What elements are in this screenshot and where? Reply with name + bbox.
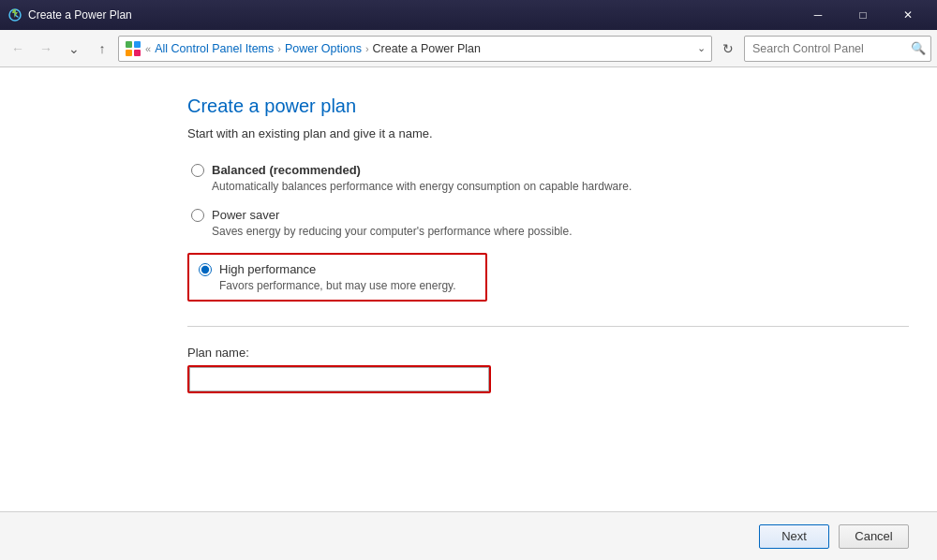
search-wrapper: 🔍: [744, 36, 931, 62]
cancel-button[interactable]: Cancel: [839, 524, 909, 549]
divider: [187, 326, 909, 327]
window-controls: ─ □ ✕: [796, 0, 930, 30]
radio-power-saver[interactable]: [191, 209, 204, 222]
address-bar: ← → ⌄ ↑ « All Control Panel Items › Powe…: [0, 30, 937, 67]
radio-high-performance[interactable]: [199, 263, 212, 276]
label-power-saver[interactable]: Power saver: [212, 208, 279, 222]
breadcrumb-sep1: ›: [277, 43, 281, 54]
option-high-performance-highlighted: High performance Favors performance, but…: [187, 253, 487, 302]
forward-button[interactable]: →: [34, 37, 58, 61]
down-button[interactable]: ⌄: [62, 37, 86, 61]
search-input[interactable]: [744, 36, 931, 62]
plan-name-input[interactable]: [189, 367, 489, 391]
refresh-button[interactable]: ↻: [716, 37, 740, 61]
option-balanced: Balanced (recommended) Automatically bal…: [187, 163, 909, 193]
control-panel-icon: [125, 40, 141, 57]
maximize-button[interactable]: □: [841, 0, 885, 30]
up-button[interactable]: ↑: [90, 37, 114, 61]
option-power-saver: Power saver Saves energy by reducing you…: [187, 208, 909, 238]
plan-name-input-wrapper: [187, 365, 491, 393]
back-button[interactable]: ←: [6, 37, 30, 61]
breadcrumb-dropdown[interactable]: ⌄: [697, 42, 706, 54]
breadcrumb-part2[interactable]: Power Options: [285, 42, 362, 55]
svg-rect-2: [134, 41, 141, 48]
next-button[interactable]: Next: [759, 524, 829, 549]
svg-rect-4: [134, 50, 141, 56]
bottom-bar: Next Cancel: [0, 511, 937, 560]
window-icon: [7, 7, 22, 22]
svg-rect-1: [126, 41, 132, 48]
plan-name-section: Plan name:: [187, 346, 909, 393]
page-title: Create a power plan: [187, 96, 909, 117]
breadcrumb-prefix: «: [145, 43, 151, 54]
breadcrumb: « All Control Panel Items › Power Option…: [118, 36, 712, 62]
radio-balanced[interactable]: [191, 164, 204, 177]
window-title: Create a Power Plan: [28, 8, 796, 22]
label-balanced[interactable]: Balanced (recommended): [212, 163, 361, 177]
breadcrumb-part3: Create a Power Plan: [373, 42, 481, 55]
breadcrumb-part1[interactable]: All Control Panel Items: [155, 42, 274, 55]
label-high-performance[interactable]: High performance: [219, 262, 316, 276]
desc-power-saver: Saves energy by reducing your computer's…: [212, 225, 909, 238]
breadcrumb-sep2: ›: [365, 43, 369, 54]
title-bar: Create a Power Plan ─ □ ✕: [0, 0, 937, 30]
minimize-button[interactable]: ─: [796, 0, 840, 30]
svg-rect-3: [126, 50, 132, 56]
plan-name-label: Plan name:: [187, 346, 909, 360]
desc-balanced: Automatically balances performance with …: [212, 180, 909, 193]
page-subtitle: Start with an existing plan and give it …: [187, 126, 909, 140]
close-button[interactable]: ✕: [886, 0, 930, 30]
desc-high-performance: Favors performance, but may use more ene…: [219, 279, 476, 292]
main-content: Create a power plan Start with an existi…: [0, 67, 937, 511]
